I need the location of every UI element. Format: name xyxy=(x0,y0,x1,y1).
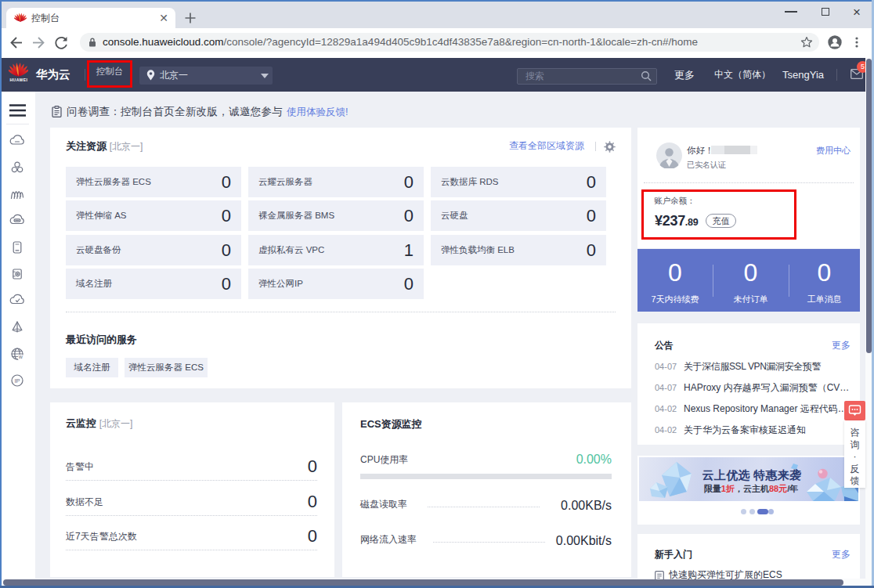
svg-text:w: w xyxy=(18,354,23,359)
svg-text:IP: IP xyxy=(14,377,20,384)
